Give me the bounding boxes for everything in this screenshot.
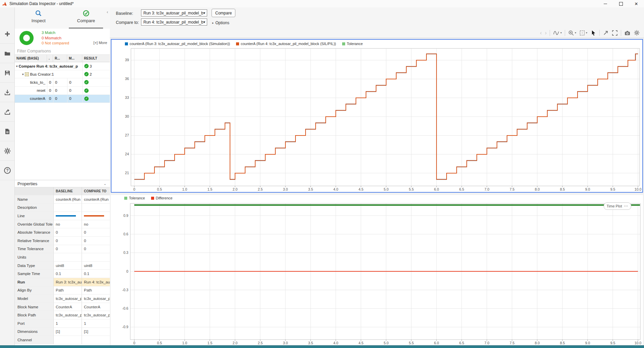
compare-plot-canvas[interactable]: 00.51.01.52.02.53.03.54.04.55.05.56.06.5… <box>111 40 642 192</box>
import-button[interactable] <box>0 83 14 102</box>
gear-icon <box>634 30 640 36</box>
x-tick-label: 0 <box>133 341 135 345</box>
add-button[interactable] <box>0 24 14 44</box>
property-row-align-by: Align ByPathPath <box>15 286 110 295</box>
property-value <box>53 204 82 212</box>
legend-item[interactable]: Tolerance <box>124 196 145 200</box>
close-icon: ✕ <box>635 1 638 6</box>
tree-column-header[interactable]: RESULT <box>82 55 110 62</box>
plot-border <box>131 48 640 186</box>
property-row-description: Description <box>15 204 110 212</box>
tab-inspect[interactable]: Inspect <box>15 7 62 29</box>
zoom-in-button[interactable]: ▾ <box>568 30 576 36</box>
y-tick-label: 30 <box>125 114 129 118</box>
legend-item[interactable]: Tolerance <box>342 42 363 46</box>
property-value <box>53 253 82 262</box>
property-value: no <box>82 220 110 229</box>
more-link[interactable]: [+] More <box>93 41 107 45</box>
tree-column-header[interactable]: R... <box>53 55 67 62</box>
save-button[interactable] <box>0 63 14 83</box>
expander-icon[interactable]: ▾ <box>22 73 24 76</box>
maximize-button[interactable] <box>613 0 629 7</box>
property-label: Align By <box>15 286 53 295</box>
legend-item[interactable]: Difference <box>151 196 173 200</box>
export-button[interactable] <box>0 102 14 122</box>
create-report-button[interactable] <box>0 122 14 141</box>
preferences-button[interactable] <box>0 141 14 161</box>
x-tick-label: 1.5 <box>208 341 213 345</box>
snapshot-button[interactable] <box>624 30 631 36</box>
tree-row-countera[interactable]: counterA000✓ <box>15 95 110 103</box>
property-row-absolute-tolerance: Absolute Tolerance00 <box>15 228 110 237</box>
not-compared-count: 0 Not compared <box>42 41 69 46</box>
next-icon[interactable]: › <box>545 30 547 36</box>
tree-column-header[interactable]: NAME (BASE) <box>15 55 47 62</box>
tree-cell: 0 <box>47 87 53 94</box>
y-tick-label: -0.9 <box>122 325 128 329</box>
close-button[interactable]: ✕ <box>629 0 644 7</box>
pointer-button[interactable] <box>590 30 596 36</box>
collapse-panel-icon[interactable]: ‹ <box>107 9 108 14</box>
properties-header[interactable]: Properties ⌄ <box>15 180 110 187</box>
compare-plot[interactable]: counterA (Run 3: tc3x_autosar_pil_model_… <box>111 39 643 193</box>
fullscreen-button[interactable] <box>612 30 618 36</box>
compare-to-run-select[interactable]: Run 4: tc3x_autosar_pil_model_b ▼ <box>141 18 207 26</box>
y-tick-label: 0.6 <box>123 232 128 236</box>
property-value: uint8 <box>53 262 82 270</box>
property-value: counterA (Run <box>82 195 110 204</box>
x-tick-label: 2.5 <box>258 341 263 345</box>
match-check-icon: ✓ <box>84 88 89 93</box>
property-value <box>82 212 110 220</box>
plot-settings-button[interactable] <box>634 30 640 36</box>
y-tick-label: 39 <box>125 58 129 62</box>
x-tick-label: 4.0 <box>333 187 338 191</box>
baseline-run-select[interactable]: Run 3: tc3x_autosar_pil_model_b ▼ <box>141 9 207 16</box>
signal-trace-button[interactable]: ▾ <box>553 30 562 36</box>
property-label: Units <box>15 253 53 262</box>
properties-column-header: COMPARE TO <box>82 187 110 195</box>
tree-header: NAME (BASE).R...M...RESULT <box>15 55 110 62</box>
filter-comparisons-input[interactable] <box>15 47 110 54</box>
maximize-icon <box>619 2 623 6</box>
expand-button[interactable] <box>603 30 609 36</box>
property-row-units: Units <box>15 253 110 262</box>
minimize-button[interactable] <box>598 0 613 7</box>
property-row-relative-tolerance: Relative Tolerance00 <box>15 237 110 245</box>
open-folder-icon <box>4 50 11 57</box>
window-controls: ✕ <box>598 0 644 7</box>
tree-column-header[interactable]: . <box>47 55 53 62</box>
options-expander[interactable]: ▸ Options <box>212 21 229 25</box>
help-button[interactable]: ? <box>0 161 14 180</box>
property-row-channel: Channel <box>15 336 110 344</box>
time-plot-button[interactable]: Time Plot ••• <box>604 202 632 210</box>
expander-icon[interactable]: ▾ <box>16 65 18 68</box>
property-value <box>53 336 82 344</box>
zoom-in-icon <box>568 30 574 36</box>
legend-item[interactable]: counterA (Run 3: tc3x_autosar_pil_model_… <box>125 42 230 46</box>
tab-compare[interactable]: Compare <box>62 7 110 29</box>
tree-column-header[interactable]: M... <box>67 55 82 62</box>
legend-item[interactable]: counterA (Run 4: tc3x_autosar_pil_model_… <box>236 42 336 46</box>
tree-row-reset[interactable]: reset000✓ <box>15 87 110 95</box>
y-tick-label: 33 <box>125 95 129 100</box>
report-icon <box>4 128 11 135</box>
previous-icon[interactable]: ‹ <box>540 30 542 36</box>
tree-row-compare-run-4-tc3x-autosar-p[interactable]: ▾Compare Run 4: tc3x_autosar_p✓3 <box>15 62 110 70</box>
help-icon: ? <box>4 167 11 174</box>
difference-plot[interactable]: ToleranceDifference Time Plot ••• 00.51.… <box>111 195 643 345</box>
line-style-swatch <box>84 215 104 217</box>
x-tick-label: 9.0 <box>585 341 590 345</box>
tree-row-ticks-to-[interactable]: ticks_to_000✓ <box>15 78 110 86</box>
bottom-accent-bar <box>0 345 644 348</box>
y-tick-label: -0.6 <box>122 306 128 310</box>
property-value: 0 <box>82 237 110 245</box>
pointer-icon <box>590 30 596 36</box>
open-button[interactable] <box>0 44 14 63</box>
tree-row-bus-creator-1[interactable]: ▾Bus Creator:1✓2 <box>15 70 110 78</box>
difference-plot-canvas[interactable]: 00.51.01.52.02.53.03.54.04.55.05.56.06.5… <box>111 195 643 345</box>
fit-to-view-button[interactable]: ▾ <box>579 30 587 36</box>
mismatch-count: 0 Mismatch <box>42 36 69 41</box>
caret-down-icon: ▾ <box>575 31 576 34</box>
property-row-port: Port11 <box>15 319 110 328</box>
compare-button[interactable]: Compare <box>212 9 235 17</box>
